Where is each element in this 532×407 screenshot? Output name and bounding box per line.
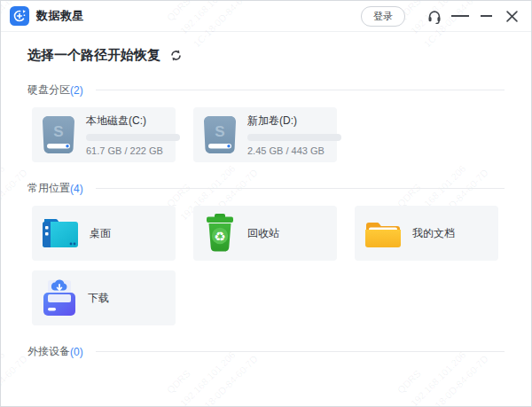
location-card-desktop[interactable]: 桌面 bbox=[32, 206, 176, 261]
svg-text:S: S bbox=[53, 123, 63, 140]
location-label: 回收站 bbox=[247, 226, 279, 241]
location-label: 我的文档 bbox=[412, 226, 455, 241]
svg-text:♻: ♻ bbox=[214, 229, 225, 245]
close-icon[interactable] bbox=[503, 7, 520, 25]
location-card-recycle-bin[interactable]: ♻ 回收站 bbox=[193, 206, 337, 261]
section-external-count: (0) bbox=[70, 346, 83, 358]
hard-drive-icon: S bbox=[41, 114, 76, 155]
login-button[interactable]: 登录 bbox=[361, 6, 405, 27]
drive-size: 61.7 GB / 222 GB bbox=[86, 145, 180, 156]
drive-name: 本地磁盘(C:) bbox=[86, 113, 180, 129]
app-title: 数据救星 bbox=[36, 8, 84, 24]
section-partitions-label: 硬盘分区 bbox=[27, 82, 70, 98]
desktop-folder-icon bbox=[41, 216, 80, 250]
download-icon bbox=[41, 278, 78, 317]
drive-name: 新加卷(D:) bbox=[247, 113, 341, 129]
section-divider bbox=[96, 188, 505, 189]
location-cards-row2: 下载 bbox=[32, 270, 505, 325]
page-title: 选择一个路径开始恢复 bbox=[27, 47, 160, 64]
drive-size: 2.45 GB / 443 GB bbox=[247, 145, 341, 156]
app-window: QDRS 192.168.101.206 1C-18-0D-84-60-7DQD… bbox=[0, 0, 532, 407]
documents-folder-icon bbox=[364, 216, 403, 250]
app-logo-icon bbox=[10, 6, 29, 26]
drive-card-d[interactable]: S 新加卷(D:) 2.45 GB / 443 GB bbox=[193, 107, 337, 162]
location-label: 下载 bbox=[88, 291, 109, 306]
titlebar: 数据救星 登录 bbox=[1, 1, 531, 31]
minimize-icon[interactable] bbox=[477, 7, 495, 25]
section-common-count: (4) bbox=[70, 183, 83, 195]
usage-bar bbox=[86, 134, 180, 141]
section-partitions-header: 硬盘分区(2) bbox=[27, 82, 505, 98]
hard-drive-icon: S bbox=[202, 114, 238, 155]
location-cards-row1: 桌面 ♻ 回收站 bbox=[32, 206, 505, 261]
usage-bar bbox=[247, 134, 341, 141]
location-card-documents[interactable]: 我的文档 bbox=[355, 206, 498, 261]
section-partitions-count: (2) bbox=[70, 84, 83, 97]
support-headset-icon[interactable] bbox=[426, 7, 443, 25]
section-divider bbox=[96, 351, 505, 352]
section-common-header: 常用位置(4) bbox=[27, 181, 505, 196]
location-label: 桌面 bbox=[90, 226, 111, 241]
partition-cards: S 本地磁盘(C:) 61.7 GB / 222 GB S bbox=[32, 107, 505, 162]
location-card-downloads[interactable]: 下载 bbox=[32, 270, 176, 325]
menu-icon[interactable] bbox=[451, 7, 469, 25]
section-divider bbox=[96, 90, 505, 90]
section-external-header: 外接设备(0) bbox=[27, 344, 505, 359]
section-common-label: 常用位置 bbox=[27, 181, 70, 196]
drive-card-c[interactable]: S 本地磁盘(C:) 61.7 GB / 222 GB bbox=[32, 107, 176, 162]
refresh-icon[interactable] bbox=[169, 49, 183, 62]
recycle-bin-icon: ♻ bbox=[202, 213, 238, 254]
svg-text:S: S bbox=[215, 123, 224, 140]
section-external-label: 外接设备 bbox=[27, 344, 70, 359]
